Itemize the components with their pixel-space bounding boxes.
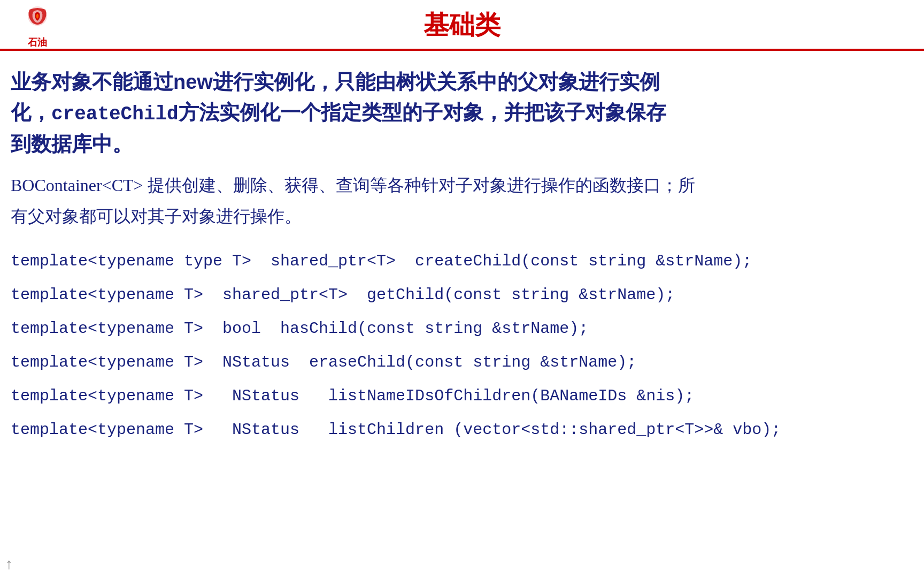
intro-bold-line1: 业务对象不能通过new进行实例化，只能由树状关系中的父对象进行实例 (11, 71, 660, 93)
intro-bold-line2-prefix: 化， (11, 101, 51, 124)
description-line1: BOContainer<CT> 提供创建、删除、获得、查询等各种针对子对象进行操… (11, 176, 695, 195)
main-content: 业务对象不能通过new进行实例化，只能由树状关系中的父对象进行实例 化，crea… (0, 51, 924, 463)
code-line-1: template<typename type T> shared_ptr<T> … (11, 245, 903, 278)
code-block: template<typename type T> shared_ptr<T> … (11, 245, 903, 447)
intro-bold-line3: 到数据库中。 (11, 133, 133, 155)
footer-arrow: ↑ (5, 556, 13, 573)
code-line-6: template<typename T> NStatus listChildre… (11, 413, 903, 447)
page-title: 基础类 (64, 8, 860, 47)
intro-bold-line2-suffix: 方法实例化一个指定类型的子对象，并把该子对象保存 (179, 101, 666, 124)
description-line2: 有父对象都可以对其子对象进行操作。 (11, 207, 302, 226)
code-line-4: template<typename T> NStatus eraseChild(… (11, 346, 903, 379)
petrochina-logo-icon (21, 5, 53, 35)
code-line-3: template<typename T> bool hasChild(const… (11, 312, 903, 346)
header: 石油 基础类 (0, 0, 924, 49)
intro-bold-monospace: createChild (51, 103, 179, 125)
code-line-2: template<typename T> shared_ptr<T> getCh… (11, 278, 903, 312)
logo-text: 石油 (28, 36, 47, 49)
intro-bold-paragraph: 业务对象不能通过new进行实例化，只能由树状关系中的父对象进行实例 化，crea… (11, 67, 903, 159)
code-line-5: template<typename T> NStatus listNameIDs… (11, 379, 903, 413)
logo-area: 石油 (11, 5, 64, 49)
description-paragraph: BOContainer<CT> 提供创建、删除、获得、查询等各种针对子对象进行操… (11, 170, 903, 232)
